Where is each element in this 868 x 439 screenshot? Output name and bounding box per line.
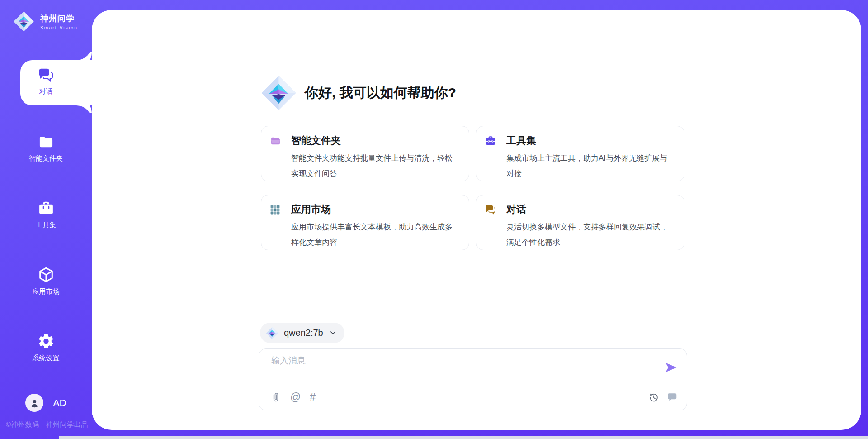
sidebar-item-toolset[interactable]: 工具集 <box>0 200 92 229</box>
avatar <box>25 394 43 412</box>
feature-card-smart-folder[interactable]: 智能文件夹 智能文件夹功能支持批量文件上传与清洗，轻松实现文件问答 <box>261 126 469 181</box>
model-name: qwen2:7b <box>284 328 323 338</box>
user-profile[interactable]: AD <box>0 394 92 412</box>
cube-icon <box>37 266 56 283</box>
toolbox-icon <box>485 135 497 147</box>
chevron-down-icon <box>329 329 337 337</box>
brand-logo-icon <box>13 11 34 32</box>
send-button[interactable] <box>665 362 677 373</box>
sidebar-item-label: 工具集 <box>36 221 56 229</box>
at-icon[interactable]: @ <box>290 391 301 403</box>
card-title: 应用市场 <box>291 203 331 216</box>
card-title: 智能文件夹 <box>291 134 341 148</box>
brand: 神州问学 Smart Vision <box>13 11 78 32</box>
user-initials: AD <box>53 397 66 408</box>
chat-icon <box>485 204 497 215</box>
sidebar-item-label: 对话 <box>39 87 53 96</box>
feature-card-toolset[interactable]: 工具集 集成市场上主流工具，助力AI与外界无缝扩展与对接 <box>476 126 684 181</box>
brand-subtitle: Smart Vision <box>40 25 78 30</box>
comment-icon[interactable] <box>667 391 678 403</box>
send-icon <box>665 362 677 373</box>
card-title: 工具集 <box>506 134 536 148</box>
main-panel: 你好, 我可以如何帮助你? 智能文件夹 智能文件夹功能支持批量文件上传与清洗，轻… <box>92 10 861 430</box>
card-description: 智能文件夹功能支持批量文件上传与清洗，轻松实现文件问答 <box>291 151 460 181</box>
message-input-box: @ # <box>259 348 687 410</box>
sidebar-item-label: 智能文件夹 <box>29 154 63 163</box>
folder-icon <box>37 133 56 150</box>
sidebar-item-chat[interactable]: 对话 <box>0 66 92 96</box>
sidebar-item-smart-folder[interactable]: 智能文件夹 <box>0 133 92 163</box>
feature-cards: 智能文件夹 智能文件夹功能支持批量文件上传与清洗，轻松实现文件问答 工具集 集成… <box>261 126 684 250</box>
composer-toolbar: @ # <box>270 384 678 410</box>
bottom-strip <box>59 436 868 439</box>
app-window: 你好, 我可以如何帮助你? 智能文件夹 智能文件夹功能支持批量文件上传与清洗，轻… <box>0 0 868 439</box>
greeting-block: 你好, 我可以如何帮助你? <box>260 75 456 111</box>
brand-name: 神州问学 <box>40 13 78 24</box>
assistant-logo-icon <box>260 75 297 111</box>
card-title: 对话 <box>506 203 526 216</box>
copyright-text: ©神州数码 · 神州问学出品 <box>6 420 88 429</box>
sidebar-item-app-market[interactable]: 应用市场 <box>0 266 92 296</box>
gear-icon <box>37 333 56 350</box>
card-description: 灵活切换多模型文件，支持多样回复效果调试，满足个性化需求 <box>506 220 675 250</box>
attach-icon[interactable] <box>270 392 281 403</box>
hash-icon[interactable]: # <box>310 391 316 403</box>
sidebar-item-settings[interactable]: 系统设置 <box>0 333 92 363</box>
person-icon <box>29 397 40 409</box>
feature-card-app-market[interactable]: 应用市场 应用市场提供丰富长文本模板，助力高效生成多样化文章内容 <box>261 195 469 250</box>
message-input[interactable] <box>271 355 646 381</box>
sidebar-item-label: 系统设置 <box>33 354 60 363</box>
sidebar: 神州问学 Smart Vision 对话 智能文件夹 工具集 <box>0 0 92 439</box>
sidebar-item-label: 应用市场 <box>33 287 60 296</box>
card-description: 应用市场提供丰富长文本模板，助力高效生成多样化文章内容 <box>291 220 460 250</box>
folder-icon <box>269 135 282 147</box>
model-selector[interactable]: qwen2:7b <box>260 323 344 343</box>
card-description: 集成市场上主流工具，助力AI与外界无缝扩展与对接 <box>506 151 675 181</box>
chat-icon <box>37 66 56 83</box>
grid-icon <box>269 204 282 215</box>
toolbox-icon <box>37 200 56 217</box>
history-icon[interactable] <box>648 391 660 403</box>
greeting-text: 你好, 我可以如何帮助你? <box>305 84 456 102</box>
model-logo-icon <box>266 327 278 339</box>
feature-card-chat[interactable]: 对话 灵活切换多模型文件，支持多样回复效果调试，满足个性化需求 <box>476 195 684 250</box>
